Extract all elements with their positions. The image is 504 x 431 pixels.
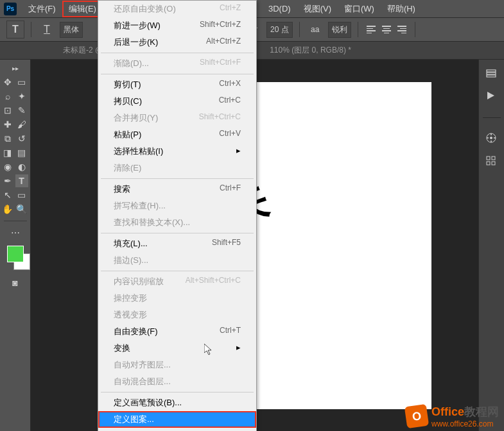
menu-file[interactable]: 文件(F) (22, 1, 62, 17)
menu-item-shortcut: Ctrl+Z (220, 3, 241, 15)
menu-item-label: 搜索 (114, 183, 130, 195)
path-tool[interactable]: ↖ (1, 189, 14, 201)
move-tool[interactable]: ✥ (1, 76, 14, 89)
menu-separator (101, 271, 254, 271)
align-group (365, 22, 408, 37)
menu-item-13[interactable]: 搜索Ctrl+F (98, 181, 256, 198)
menu-item-29[interactable]: 定义图案... (98, 411, 256, 428)
menu-item-7[interactable]: 拷贝(C)Ctrl+C (98, 93, 256, 110)
align-right[interactable] (394, 22, 408, 37)
menu-item-26: 自动混合图层... (98, 373, 256, 390)
menu-item-1[interactable]: 前进一步(W)Shift+Ctrl+Z (98, 17, 256, 34)
menu-edit[interactable]: 编辑(E) (62, 1, 103, 17)
lasso-tool[interactable]: ⌕ (1, 90, 14, 103)
menu-item-label: 定义图案... (114, 414, 154, 425)
edit-dropdown: 还原自由变换(O)Ctrl+Z前进一步(W)Shift+Ctrl+Z后退一步(K… (98, 0, 257, 431)
compass-icon[interactable] (485, 132, 498, 145)
color-swatches[interactable] (7, 246, 24, 279)
menu-item-label: 后退一步(K) (114, 37, 158, 48)
aa-value[interactable]: 锐利 (328, 22, 351, 38)
zoom-tool[interactable]: 🔍 (15, 203, 28, 216)
history-panel-icon[interactable] (485, 67, 498, 80)
wand-tool[interactable]: ✦ (15, 90, 28, 103)
menu-item-21: 操控变形 (98, 290, 256, 307)
menu-3d[interactable]: 3D(D) (262, 1, 297, 16)
menu-item-label: 透视变形 (114, 309, 147, 321)
align-left[interactable] (365, 22, 379, 37)
menu-item-label: 剪切(T) (114, 79, 141, 90)
menu-item-0: 还原自由变换(O)Ctrl+Z (98, 1, 256, 17)
menu-item-shortcut: Shift+Ctrl+C (199, 112, 241, 124)
menu-help[interactable]: 帮助(H) (381, 1, 422, 17)
menu-item-shortcut: Ctrl+T (220, 326, 241, 337)
hand-tool[interactable]: ✋ (1, 203, 14, 216)
history-tool[interactable]: ↺ (15, 132, 28, 145)
svg-rect-3 (487, 72, 496, 74)
menu-item-14: 拼写检查(H)... (98, 198, 256, 214)
menu-item-2[interactable]: 后退一步(K)Alt+Ctrl+Z (98, 34, 256, 51)
menu-item-9[interactable]: 粘贴(P)Ctrl+V (98, 126, 256, 143)
menu-item-label: 定义画笔预设(B)... (114, 397, 182, 409)
menu-item-20: 内容识别缩放Alt+Shift+Ctrl+C (98, 273, 256, 290)
swatches-icon[interactable] (485, 155, 498, 168)
play-icon[interactable] (485, 90, 498, 103)
menu-separator (101, 53, 254, 53)
shape-tool[interactable]: ▭ (15, 189, 28, 201)
watermark: O Office教程网 www.office26.com (406, 404, 499, 428)
svg-point-7 (490, 137, 492, 139)
svg-rect-2 (487, 70, 496, 72)
menu-item-10[interactable]: 选择性粘贴(I)▸ (98, 143, 256, 160)
menu-item-28[interactable]: 定义画笔预设(B)... (98, 394, 256, 411)
menu-item-shortcut: Ctrl+C (219, 96, 241, 107)
menu-item-shortcut: Shift+Ctrl+Z (200, 20, 241, 31)
edit-toolbar[interactable]: ⋯ (4, 226, 27, 239)
tab-2[interactable]: 110% (图层 0, RGB/8) * (263, 41, 358, 60)
pen-tool[interactable]: ✒ (1, 174, 14, 187)
watermark-url: www.office26.com (431, 419, 499, 428)
tool-preset[interactable]: T (6, 21, 24, 38)
brush-tool[interactable]: 🖌 (15, 118, 28, 131)
type-tool[interactable]: T (15, 174, 28, 187)
menu-item-8: 合并拷贝(Y)Shift+Ctrl+C (98, 110, 256, 126)
menu-item-24[interactable]: 变换▸ (98, 340, 256, 357)
menu-window[interactable]: 窗口(W) (338, 1, 381, 17)
menu-item-label: 拷贝(C) (114, 96, 142, 107)
healing-tool[interactable]: ✚ (1, 118, 14, 131)
marquee-tool[interactable]: ▭ (15, 76, 28, 89)
menu-item-shortcut: Shift+Ctrl+F (200, 58, 241, 69)
menu-view[interactable]: 视图(V) (297, 1, 338, 17)
menu-item-25: 自动对齐图层... (98, 357, 256, 373)
orientation-icon[interactable]: T (38, 21, 56, 38)
aa-label: aa (306, 21, 324, 38)
svg-rect-10 (487, 162, 490, 165)
menu-item-6[interactable]: 剪切(T)Ctrl+X (98, 76, 256, 93)
menu-item-18: 描边(S)... (98, 252, 256, 269)
panel-grip[interactable]: ▸▸ (12, 65, 19, 72)
menu-item-label: 内容识别缩放 (114, 276, 164, 287)
menu-item-shortcut: Shift+F5 (212, 238, 241, 249)
menu-item-label: 查找和替换文本(X)... (114, 217, 190, 228)
watermark-title: Office教程网 (431, 404, 499, 419)
font-size[interactable]: 20 点 (266, 22, 293, 38)
menu-item-23[interactable]: 自由变换(F)Ctrl+T (98, 323, 256, 340)
dodge-tool[interactable]: ◐ (15, 160, 28, 173)
quickmask[interactable]: ◙ (9, 276, 22, 289)
foreground-color[interactable] (7, 246, 24, 262)
gradient-tool[interactable]: ▤ (15, 146, 28, 159)
align-center[interactable] (379, 22, 394, 37)
menu-item-label: 变换 (114, 342, 130, 354)
menu-item-label: 描边(S)... (114, 255, 148, 266)
crop-tool[interactable]: ⊡ (1, 104, 14, 117)
menu-separator (101, 178, 254, 179)
menu-item-label: 填充(L)... (114, 238, 148, 249)
eyedropper-tool[interactable]: ✎ (15, 104, 28, 117)
submenu-arrow-icon: ▸ (230, 146, 241, 157)
menu-item-label: 清除(E) (114, 162, 141, 174)
blur-tool[interactable]: ◉ (1, 160, 14, 173)
font-family[interactable]: 黑体 (60, 22, 83, 38)
menu-item-17[interactable]: 填充(L)...Shift+F5 (98, 235, 256, 252)
eraser-tool[interactable]: ◨ (1, 146, 14, 159)
clone-tool[interactable]: ⧉ (1, 132, 14, 145)
canvas[interactable]: 徐来 (232, 82, 431, 409)
menu-item-4: 渐隐(D)...Shift+Ctrl+F (98, 55, 256, 72)
